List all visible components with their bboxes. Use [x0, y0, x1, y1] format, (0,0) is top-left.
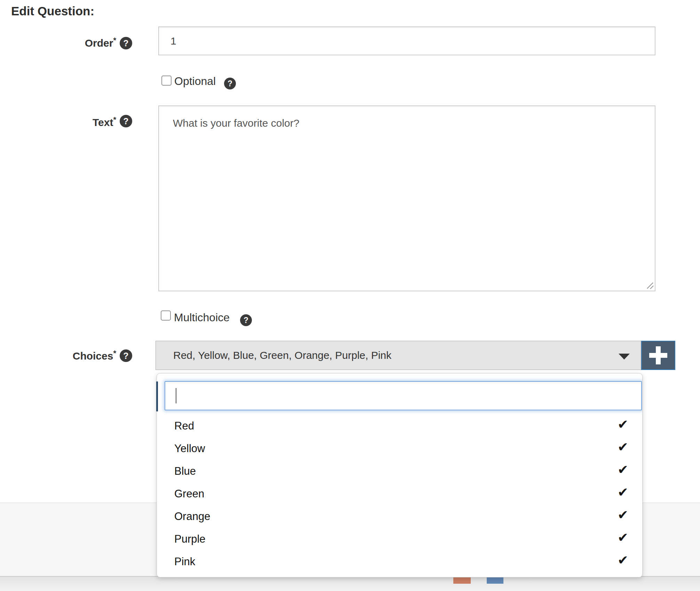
select-edge-fragment — [156, 381, 158, 411]
check-icon: ✔ — [618, 463, 628, 476]
page-title: Edit Question: — [11, 4, 94, 18]
multichoice-checkbox[interactable] — [161, 310, 171, 321]
choices-label: Choices* — [0, 349, 116, 362]
check-icon: ✔ — [618, 531, 628, 544]
choices-selected-summary: Red, Yellow, Blue, Green, Orange, Purple… — [173, 349, 391, 361]
choice-search-input[interactable] — [165, 381, 642, 410]
choices-required-asterisk: * — [113, 349, 116, 357]
choice-option-label: Orange — [174, 510, 618, 523]
multichoice-label: Multichoice — [174, 311, 230, 324]
order-input[interactable] — [158, 26, 655, 55]
check-icon: ✔ — [618, 554, 628, 567]
text-help-icon[interactable]: ? — [120, 115, 132, 127]
choices-select[interactable]: Red, Yellow, Blue, Green, Orange, Purple… — [156, 341, 641, 370]
choice-option-red[interactable]: Red ✔ — [157, 415, 642, 437]
resize-handle-icon[interactable] — [646, 281, 654, 290]
choice-option-label: Purple — [174, 533, 618, 545]
choice-option-pink[interactable]: Pink ✔ — [157, 550, 642, 573]
add-choice-button[interactable] — [641, 341, 675, 370]
text-required-asterisk: * — [113, 115, 116, 124]
choice-option-label: Blue — [174, 465, 618, 478]
optional-checkbox[interactable] — [161, 76, 172, 86]
question-text-textarea[interactable]: What is your favorite color? — [158, 105, 655, 291]
choice-option-green[interactable]: Green ✔ — [157, 482, 642, 505]
check-icon: ✔ — [618, 486, 628, 499]
order-label: Order* — [0, 36, 116, 49]
check-icon: ✔ — [618, 418, 628, 431]
choice-option-label: Pink — [174, 555, 618, 568]
choice-option-label: Green — [174, 488, 618, 500]
plus-icon — [649, 346, 667, 364]
choice-option-purple[interactable]: Purple ✔ — [157, 528, 642, 550]
orange-button-fragment[interactable] — [453, 576, 471, 584]
choice-option-label: Red — [174, 420, 618, 432]
choice-option-blue[interactable]: Blue ✔ — [157, 460, 642, 482]
choices-dropdown: Red ✔ Yellow ✔ Blue ✔ Green ✔ Orange ✔ P… — [157, 373, 643, 577]
choice-option-yellow[interactable]: Yellow ✔ — [157, 437, 642, 460]
choice-option-list: Red ✔ Yellow ✔ Blue ✔ Green ✔ Orange ✔ P… — [157, 415, 642, 573]
blue-button-fragment[interactable] — [487, 576, 503, 584]
multichoice-help-icon[interactable]: ? — [240, 314, 252, 326]
toolbar-strip — [0, 576, 700, 591]
order-help-icon[interactable]: ? — [120, 37, 132, 49]
caret-down-icon — [619, 354, 630, 360]
edit-question-page: Edit Question: Order* ? Optional ? Text*… — [0, 0, 700, 591]
choices-help-icon[interactable]: ? — [120, 349, 132, 362]
optional-help-icon[interactable]: ? — [224, 78, 236, 89]
text-label: Text* — [0, 115, 116, 128]
optional-label: Optional — [174, 75, 216, 88]
order-required-asterisk: * — [113, 36, 116, 45]
text-cursor — [176, 388, 176, 403]
choice-option-label: Yellow — [174, 442, 618, 455]
check-icon: ✔ — [618, 441, 628, 454]
choice-option-orange[interactable]: Orange ✔ — [157, 505, 642, 528]
check-icon: ✔ — [618, 509, 628, 521]
